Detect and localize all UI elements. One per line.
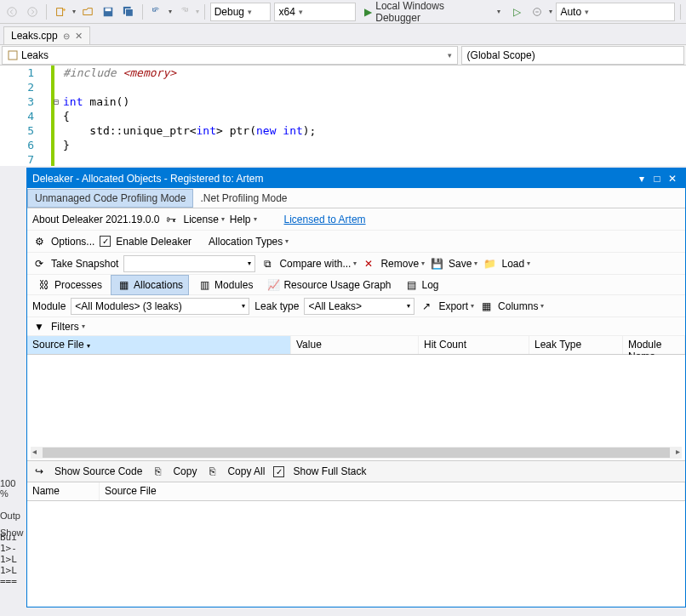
license-dropdown[interactable]: License▾: [183, 214, 224, 225]
snapshot-row: ⟳ Take Snapshot ▾ ⧉ Compare with...▾ ✕ R…: [27, 253, 685, 275]
step-icon[interactable]: [529, 3, 546, 20]
start-without-debug-icon[interactable]: ▷: [509, 3, 526, 20]
svg-rect-2: [57, 8, 63, 15]
document-tab-leaks[interactable]: Leaks.cpp ⊖ ✕: [3, 26, 90, 44]
remove-dropdown[interactable]: Remove▾: [380, 258, 425, 270]
tab-resource-graph[interactable]: 📈Resource Usage Graph: [261, 276, 396, 294]
options-row: ⚙ Options... ✓ Enable Deleaker Allocatio…: [27, 231, 685, 253]
export-dropdown[interactable]: Export▾: [438, 300, 474, 312]
stack-toolbar: ↪ Show Source Code ⎘ Copy ⎘ Copy All ✓ S…: [27, 460, 685, 482]
auto-combo[interactable]: Auto▾: [556, 3, 675, 21]
tab-modules[interactable]: ▥Modules: [192, 276, 258, 294]
save-dropdown[interactable]: Save▾: [449, 258, 477, 270]
document-tab-strip: Leaks.cpp ⊖ ✕: [0, 24, 686, 45]
close-window-icon[interactable]: ✕: [665, 171, 680, 186]
show-full-stack-checkbox[interactable]: ✓: [273, 466, 284, 477]
svg-rect-6: [125, 9, 133, 16]
horizontal-scrollbar[interactable]: ◂ ▸: [31, 447, 682, 459]
tab-unmanaged[interactable]: Unmanaged Code Profiling Mode: [27, 189, 193, 208]
save-disk-icon: 💾: [430, 257, 443, 271]
scope-bar: Leaks▾ (Global Scope): [0, 45, 686, 66]
output-window-text: Bui 1>- 1>L 1>L ===: [0, 532, 17, 587]
profiling-mode-tabs: Unmanaged Code Profiling Mode .Net Profi…: [27, 188, 685, 208]
save-all-icon[interactable]: [120, 3, 137, 20]
project-scope-combo[interactable]: Leaks▾: [2, 46, 458, 65]
close-icon[interactable]: ✕: [75, 31, 83, 42]
module-filter-row: Module <All Modules> (3 leaks)▾ Leak typ…: [27, 295, 685, 317]
col-leak-type[interactable]: Leak Type: [529, 336, 623, 354]
filter-icon: ▼: [32, 320, 46, 334]
copy-button[interactable]: Copy: [173, 465, 197, 477]
svg-rect-8: [9, 51, 17, 60]
nav-fwd-icon[interactable]: [24, 3, 41, 20]
start-debug-button[interactable]: ▶Local Windows Debugger▾: [359, 3, 505, 21]
tab-processes[interactable]: ⛓Processes: [32, 276, 107, 294]
filters-row: ▼ Filters▾: [27, 317, 685, 336]
window-menu-icon[interactable]: ▾: [634, 171, 649, 186]
modules-icon: ▥: [197, 278, 211, 292]
project-icon: [8, 50, 18, 60]
tab-log[interactable]: ▤Log: [400, 276, 444, 294]
show-source-button[interactable]: Show Source Code: [54, 465, 142, 477]
col-source-file[interactable]: Source File ▾: [27, 336, 291, 354]
enable-label: Enable Deleaker: [116, 236, 192, 248]
stack-col-source[interactable]: Source File: [100, 482, 685, 500]
new-item-icon[interactable]: [52, 3, 69, 20]
enable-checkbox[interactable]: ✓: [100, 236, 111, 247]
copy-icon: ⎘: [151, 465, 164, 478]
options-button[interactable]: Options...: [51, 236, 94, 248]
take-snapshot-button[interactable]: Take Snapshot: [51, 258, 118, 270]
open-icon[interactable]: [79, 3, 96, 20]
col-value[interactable]: Value: [291, 336, 419, 354]
load-dropdown[interactable]: Load▾: [501, 258, 530, 270]
global-scope-combo[interactable]: (Global Scope): [461, 46, 684, 65]
allocations-grid-body[interactable]: ◂ ▸: [27, 355, 685, 460]
stack-col-name[interactable]: Name: [27, 482, 100, 500]
filters-dropdown[interactable]: Filters▾: [51, 321, 85, 333]
deleaker-panel: Deleaker - Allocated Objects - Registere…: [26, 168, 686, 607]
copy-all-icon: ⎘: [205, 465, 219, 478]
gear-icon: ⚙: [32, 235, 46, 248]
nav-back-icon[interactable]: [3, 3, 20, 20]
leak-type-combo[interactable]: <All Leaks>▾: [304, 298, 414, 315]
save-icon[interactable]: [100, 3, 117, 20]
about-row: About Deleaker 2021.19.0.0 🗝 License▾ He…: [27, 208, 685, 231]
platform-combo[interactable]: x64▾: [274, 3, 356, 21]
columns-dropdown[interactable]: Columns▾: [498, 300, 544, 312]
col-module-name[interactable]: Module Name: [623, 336, 685, 354]
compare-dropdown[interactable]: Compare with...▾: [279, 258, 357, 270]
copy-all-button[interactable]: Copy All: [227, 465, 265, 477]
show-source-icon: ↪: [32, 465, 46, 478]
config-combo[interactable]: Debug▾: [210, 3, 272, 21]
collapse-icon[interactable]: ⊟: [54, 94, 59, 109]
module-combo[interactable]: <All Modules> (3 leaks)▾: [71, 298, 249, 315]
redo-icon[interactable]: [175, 3, 192, 20]
help-dropdown[interactable]: Help▾: [230, 214, 257, 225]
col-hit-count[interactable]: Hit Count: [419, 336, 529, 354]
allocations-icon: ▦: [117, 278, 130, 292]
view-tabs: ⛓Processes ▦Allocations ▥Modules 📈Resour…: [27, 275, 685, 295]
undo-icon[interactable]: [148, 3, 165, 20]
code-content[interactable]: #include <memory> ⊟int main() { std::uni…: [51, 66, 686, 166]
code-editor[interactable]: 1 2 3 4 5 6 7 #include <memory> ⊟int mai…: [0, 66, 686, 166]
pin-icon[interactable]: ⊖: [63, 31, 70, 41]
alloc-types-dropdown[interactable]: Allocation Types▾: [209, 236, 289, 248]
snapshot-combo[interactable]: ▾: [123, 255, 255, 272]
compare-icon: ⧉: [260, 257, 274, 271]
deleaker-titlebar[interactable]: Deleaker - Allocated Objects - Registere…: [27, 168, 685, 188]
snapshot-icon: ⟳: [32, 257, 46, 271]
tab-label: Leaks.cpp: [11, 30, 58, 42]
licensed-to-link[interactable]: Licensed to Artem: [284, 214, 366, 225]
about-label: About Deleaker 2021.19.0.0: [32, 214, 159, 225]
remove-x-icon: ✕: [362, 257, 375, 271]
tab-allocations[interactable]: ▦Allocations: [111, 275, 189, 295]
tab-net[interactable]: .Net Profiling Mode: [193, 190, 294, 207]
key-icon: 🗝: [164, 213, 178, 226]
processes-icon: ⛓: [37, 278, 51, 292]
stack-grid-body[interactable]: [27, 501, 685, 607]
maximize-icon[interactable]: □: [649, 171, 665, 186]
columns-icon: ▦: [479, 299, 493, 313]
stack-grid-header: Name Source File: [27, 482, 685, 501]
log-icon: ▤: [405, 278, 419, 292]
svg-point-1: [28, 7, 37, 16]
